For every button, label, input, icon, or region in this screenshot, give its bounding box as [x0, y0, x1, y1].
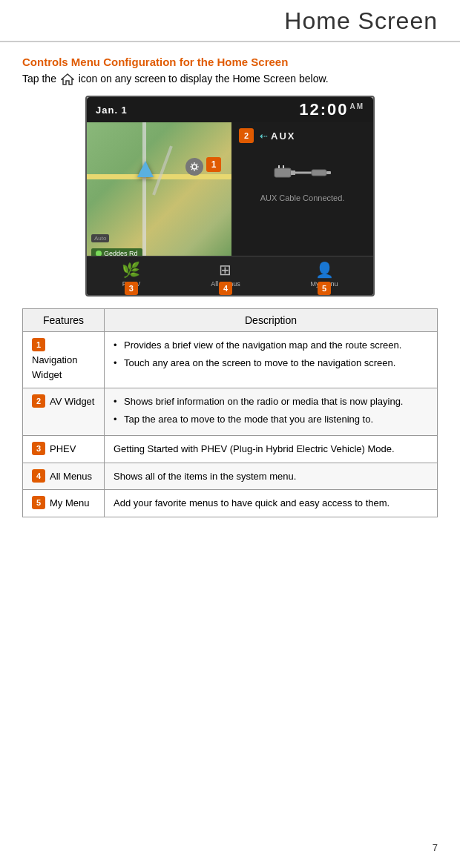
av-arrow-icon: ⇠ — [260, 130, 268, 142]
screen-buttons-bar: 🌿 PHEV 3 ⊞ All Menus 4 👤 My Menu 5 — [87, 256, 373, 295]
svg-rect-3 — [291, 170, 295, 175]
badge-3: 3 — [125, 282, 138, 295]
settings-gear — [185, 158, 203, 176]
desc-my-menu: Add your favorite menus to have quick an… — [105, 490, 438, 517]
feature-av-widget: 2 AV Widget — [23, 388, 105, 436]
svg-rect-6 — [326, 171, 331, 174]
auto-badge: Auto — [91, 234, 109, 242]
screenshot-container: Jan. 1 12:00AM Auto — [22, 96, 438, 296]
table-row: 3 PHEV Getting Started with PHEV (Plug-i… — [23, 436, 438, 463]
badge-all-menus: 4 — [32, 469, 45, 483]
table-row: 5 My Menu Add your favorite menus to hav… — [23, 490, 438, 517]
svg-point-1 — [192, 165, 197, 169]
av-connected-text: AUX Cable Connected. — [239, 193, 366, 202]
desc-phev: Getting Started with PHEV (Plug-in Hybri… — [105, 436, 438, 463]
screen-date: Jan. 1 — [96, 105, 128, 116]
all-menus-icon: ⊞ — [219, 261, 231, 279]
feature-nav-widget: 1 NavigationWidget — [23, 332, 105, 388]
av-panel: 2 ⇠ AUX — [231, 122, 373, 256]
section-heading: Controls Menu Configuration for the Home… — [22, 56, 438, 68]
svg-rect-5 — [312, 170, 326, 176]
cable-icon — [239, 158, 366, 188]
page-number: 7 — [433, 842, 438, 853]
badge-2: 2 — [239, 128, 254, 143]
my-menu-icon: 👤 — [315, 261, 334, 279]
feature-all-menus: 4 All Menus — [23, 463, 105, 490]
feature-phev: 3 PHEV — [23, 436, 105, 463]
main-content: Controls Menu Configuration for the Home… — [0, 42, 460, 532]
badge-phev: 3 — [32, 442, 45, 455]
badge-my-menu: 5 — [32, 496, 45, 509]
feature-my-menu: 5 My Menu — [23, 490, 105, 517]
home-icon — [61, 73, 74, 85]
nav-map: Auto 1 Geddes Rd — [87, 122, 231, 263]
features-table: Features Description 1 NavigationWidget … — [22, 308, 438, 517]
table-row: 2 AV Widget Shows brief information on t… — [23, 388, 438, 436]
screen-topbar: Jan. 1 12:00AM — [87, 97, 373, 122]
intro-text: Tap the icon on any screen to display th… — [22, 73, 438, 85]
col-features: Features — [23, 309, 105, 332]
table-row: 1 NavigationWidget Provides a brief view… — [23, 332, 438, 388]
badge-nav: 1 — [32, 338, 45, 351]
svg-marker-0 — [62, 74, 73, 85]
screen-time: 12:00AM — [299, 100, 364, 119]
nav-arrow — [137, 161, 154, 177]
page-title: Home Screen — [0, 7, 438, 35]
all-menus-button: ⊞ All Menus 4 — [211, 261, 240, 288]
page-header: Home Screen — [0, 0, 460, 42]
badge-av: 2 — [32, 394, 45, 408]
phev-icon: 🌿 — [122, 261, 140, 279]
col-description: Description — [105, 309, 438, 332]
table-row: 4 All Menus Shows all of the items in th… — [23, 463, 438, 490]
my-menu-button: 👤 My Menu 5 — [311, 261, 338, 288]
desc-nav-widget: Provides a brief view of the navigation … — [105, 332, 438, 388]
phev-button: 🌿 PHEV 3 — [122, 261, 140, 288]
badge-1: 1 — [206, 157, 221, 172]
desc-all-menus: Shows all of the items in the system men… — [105, 463, 438, 490]
screen-ampm: AM — [349, 102, 364, 110]
svg-rect-2 — [275, 168, 291, 177]
desc-av-widget: Shows brief information on the radio or … — [105, 388, 438, 436]
badge-4: 4 — [219, 282, 232, 295]
av-label: AUX — [271, 130, 295, 142]
screenshot: Jan. 1 12:00AM Auto — [85, 96, 375, 296]
badge-5: 5 — [318, 282, 331, 295]
